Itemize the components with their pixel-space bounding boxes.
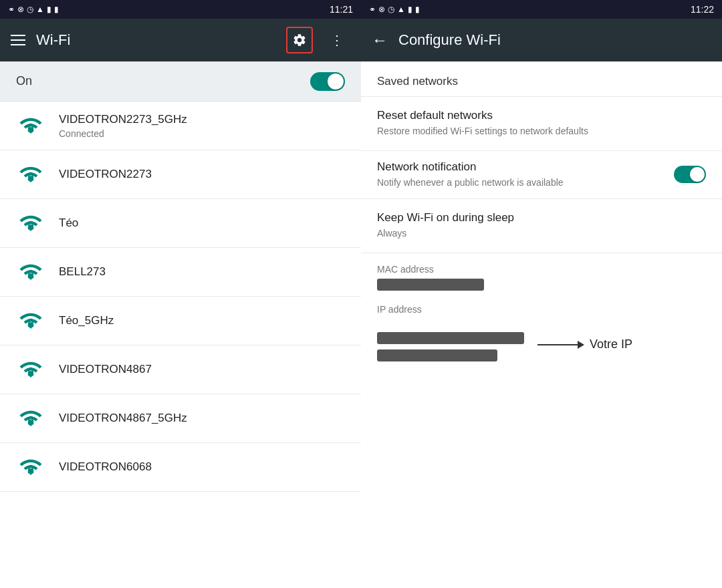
wifi-icon bbox=[16, 404, 45, 433]
settings-button[interactable] bbox=[286, 27, 313, 53]
network-info: Téo_5GHz bbox=[59, 314, 345, 327]
network-name: VIDEOTRON2273 bbox=[59, 168, 345, 181]
ip-blurred-line2 bbox=[377, 349, 497, 361]
reset-networks-item[interactable]: Reset default networks Restore modified … bbox=[361, 97, 722, 151]
right-status-bar: ⚭ ⊗ ◷ ▲ ▮ ▮ 11:22 bbox=[361, 0, 722, 19]
more-button[interactable]: ⋮ bbox=[324, 27, 350, 53]
network-item[interactable]: VIDEOTRON4867 bbox=[0, 345, 361, 394]
network-info: VIDEOTRON6068 bbox=[59, 460, 345, 474]
battery-icon: ▮ bbox=[54, 5, 59, 14]
wifi-status-icon: ▲ bbox=[36, 5, 44, 14]
r-wifi-status-icon: ▲ bbox=[397, 5, 405, 14]
ip-label: IP address bbox=[377, 304, 706, 315]
ip-value-section: Votre IP bbox=[361, 317, 722, 372]
svg-rect-3 bbox=[28, 274, 33, 279]
signal-icon: ▮ bbox=[47, 5, 51, 14]
left-time: 11:21 bbox=[330, 4, 353, 15]
network-name: BELL273 bbox=[59, 265, 345, 279]
reset-networks-title: Reset default networks bbox=[377, 109, 706, 122]
sleep-value: Always bbox=[377, 227, 706, 241]
ip-address-section: IP address bbox=[361, 293, 722, 317]
svg-rect-7 bbox=[28, 469, 33, 474]
mac-label: MAC address bbox=[377, 264, 706, 275]
left-title: Wi-Fi bbox=[36, 31, 275, 49]
minus-circle-icon: ⊗ bbox=[17, 5, 24, 14]
ip-blurred-block bbox=[377, 328, 524, 361]
wifi-icon bbox=[16, 257, 45, 287]
right-top-bar: ← Configure Wi-Fi bbox=[361, 19, 722, 61]
svg-rect-6 bbox=[28, 420, 33, 425]
network-item[interactable]: VIDEOTRON4867_5GHz bbox=[0, 394, 361, 443]
wifi-toggle-label: On bbox=[16, 74, 32, 88]
wifi-icon bbox=[16, 111, 45, 140]
left-status-bar: ⚭ ⊗ ◷ ▲ ▮ ▮ 11:21 bbox=[0, 0, 361, 19]
sleep-title: Keep Wi-Fi on during sleep bbox=[377, 211, 706, 225]
back-button[interactable]: ← bbox=[372, 31, 388, 49]
network-status: Connected bbox=[59, 128, 345, 139]
left-status-icons: ⚭ ⊗ ◷ ▲ ▮ ▮ bbox=[8, 5, 59, 14]
saved-networks-header[interactable]: Saved networks bbox=[361, 61, 722, 97]
network-item[interactable]: VIDEOTRON6068 bbox=[0, 443, 361, 492]
network-notification-item[interactable]: Network notification Notify whenever a p… bbox=[361, 151, 722, 200]
mac-address-section: MAC address bbox=[361, 253, 722, 293]
r-signal-icon: ▮ bbox=[408, 5, 412, 14]
reset-networks-subtitle: Restore modified Wi-Fi settings to netwo… bbox=[377, 125, 706, 138]
wifi-toggle[interactable] bbox=[310, 72, 345, 91]
network-info: Téo bbox=[59, 216, 345, 230]
network-item[interactable]: VIDEOTRON2273 bbox=[0, 150, 361, 199]
svg-rect-5 bbox=[28, 372, 33, 376]
arrow-shaft bbox=[537, 344, 578, 345]
r-battery-icon: ▮ bbox=[415, 5, 420, 14]
wifi-icon bbox=[16, 306, 45, 335]
network-info: BELL273 bbox=[59, 265, 345, 279]
network-item[interactable]: BELL273 bbox=[0, 248, 361, 297]
wifi-toggle-row: On bbox=[0, 61, 361, 102]
wifi-icon bbox=[16, 452, 45, 482]
menu-button[interactable] bbox=[11, 35, 25, 45]
ip-blurred-line1 bbox=[377, 332, 524, 344]
network-list: VIDEOTRON2273_5GHzConnectedVIDEOTRON2273… bbox=[0, 102, 361, 588]
right-content: Saved networks Reset default networks Re… bbox=[361, 61, 722, 588]
network-item[interactable]: Téo_5GHz bbox=[0, 297, 361, 345]
network-info: VIDEOTRON2273_5GHzConnected bbox=[59, 113, 345, 139]
svg-rect-4 bbox=[28, 323, 33, 327]
notification-title: Network notification bbox=[377, 160, 674, 174]
right-title: Configure Wi-Fi bbox=[398, 31, 501, 49]
right-panel: ⚭ ⊗ ◷ ▲ ▮ ▮ 11:22 ← Configure Wi-Fi Save… bbox=[361, 0, 722, 588]
wifi-icon bbox=[16, 355, 45, 384]
votre-ip-arrow: Votre IP bbox=[537, 337, 632, 351]
network-name: Téo bbox=[59, 216, 345, 230]
network-name: VIDEOTRON4867_5GHz bbox=[59, 412, 345, 425]
wifi-icon bbox=[16, 160, 45, 189]
network-info: VIDEOTRON4867 bbox=[59, 363, 345, 376]
votre-ip-text: Votre IP bbox=[590, 337, 632, 351]
svg-rect-0 bbox=[28, 128, 33, 132]
r-bluetooth-icon: ⚭ bbox=[369, 5, 376, 14]
notification-subtitle: Notify whenever a public network is avai… bbox=[377, 176, 674, 190]
network-info: VIDEOTRON2273 bbox=[59, 168, 345, 181]
left-panel: ⚭ ⊗ ◷ ▲ ▮ ▮ 11:21 Wi-Fi ⋮ On VIDEOTRON22… bbox=[0, 0, 361, 588]
wifi-icon bbox=[16, 208, 45, 238]
r-alarm-icon: ◷ bbox=[388, 5, 394, 14]
svg-rect-1 bbox=[28, 176, 33, 181]
svg-rect-2 bbox=[28, 225, 33, 230]
notification-toggle[interactable] bbox=[674, 166, 706, 183]
mac-value-blurred bbox=[377, 279, 484, 291]
left-top-bar: Wi-Fi ⋮ bbox=[0, 19, 361, 61]
sleep-item[interactable]: Keep Wi-Fi on during sleep Always bbox=[361, 199, 722, 253]
network-name: VIDEOTRON6068 bbox=[59, 460, 345, 474]
arrow-head bbox=[578, 341, 584, 349]
network-name: Téo_5GHz bbox=[59, 314, 345, 327]
network-name: VIDEOTRON4867 bbox=[59, 363, 345, 376]
arrow-line bbox=[537, 341, 584, 349]
network-item[interactable]: Téo bbox=[0, 199, 361, 248]
right-time: 11:22 bbox=[691, 4, 714, 15]
notification-info: Network notification Notify whenever a p… bbox=[377, 160, 674, 190]
bluetooth-icon: ⚭ bbox=[8, 5, 15, 14]
network-info: VIDEOTRON4867_5GHz bbox=[59, 412, 345, 425]
network-item[interactable]: VIDEOTRON2273_5GHzConnected bbox=[0, 102, 361, 150]
alarm-icon: ◷ bbox=[27, 5, 33, 14]
r-minus-circle-icon: ⊗ bbox=[378, 5, 385, 14]
right-status-icons: ⚭ ⊗ ◷ ▲ ▮ ▮ bbox=[369, 5, 420, 14]
network-name: VIDEOTRON2273_5GHz bbox=[59, 113, 345, 126]
